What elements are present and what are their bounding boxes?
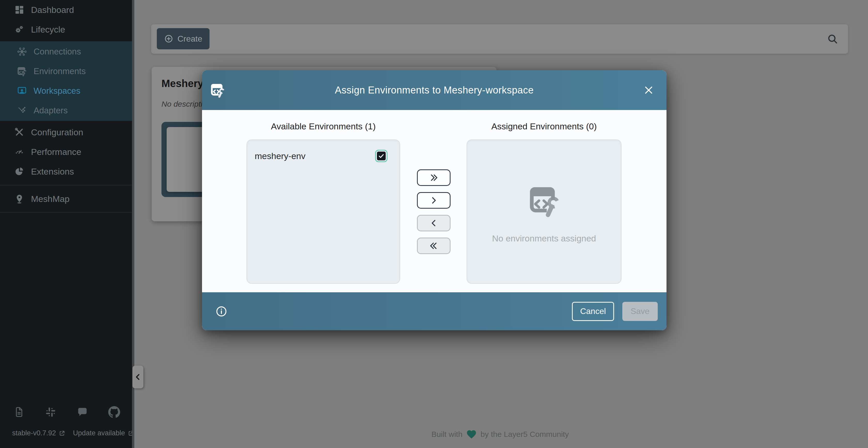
- workspaces-icon: [17, 86, 27, 96]
- sidebar-footer: stable-v0.7.92 Update available: [0, 406, 132, 448]
- lifecycle-submenu: Connections Environments Workspaces: [0, 41, 132, 121]
- double-chevron-right-icon: [429, 173, 438, 182]
- assigned-environments-list: No environments assigned: [467, 139, 622, 284]
- cancel-button[interactable]: Cancel: [572, 302, 614, 321]
- modal-body: Available Environments (1) Assigned Envi…: [202, 110, 666, 292]
- sidebar-item-configuration[interactable]: Configuration: [0, 122, 132, 142]
- close-button[interactable]: [641, 83, 656, 98]
- save-button[interactable]: Save: [622, 302, 658, 321]
- adapters-icon: [17, 105, 27, 116]
- move-selected-left-button[interactable]: [417, 215, 451, 231]
- transfer-controls: [417, 169, 451, 254]
- connections-icon: [17, 46, 27, 57]
- sidebar-item-dashboard[interactable]: Dashboard: [0, 0, 132, 20]
- meshmap-icon: [14, 193, 25, 204]
- sidebar-item-label: Adapters: [34, 106, 68, 116]
- sidebar-divider: [0, 185, 132, 185]
- heart-icon: [466, 429, 477, 440]
- available-environments-heading: Available Environments (1): [246, 121, 400, 131]
- checkmark-icon: [378, 153, 385, 159]
- update-available-link[interactable]: Update available: [73, 429, 134, 437]
- empty-state-message: No environments assigned: [492, 233, 596, 244]
- plus-circle-icon: [164, 34, 173, 43]
- sidebar-item-connections[interactable]: Connections: [0, 42, 132, 61]
- version-label: stable-v0.7.92: [12, 429, 56, 437]
- move-all-left-button[interactable]: [417, 237, 451, 254]
- move-all-right-button[interactable]: [417, 169, 451, 186]
- chevron-right-icon: [429, 196, 438, 205]
- sidebar-item-adapters[interactable]: Adapters: [0, 101, 132, 120]
- dashboard-icon: [14, 4, 25, 15]
- footer-text-prefix: Built with: [431, 430, 462, 439]
- search-button[interactable]: [824, 31, 841, 47]
- sidebar-item-label: Connections: [34, 47, 81, 57]
- save-button-label: Save: [630, 307, 649, 316]
- cancel-button-label: Cancel: [580, 307, 606, 316]
- environment-list-item[interactable]: meshery-env: [255, 146, 388, 166]
- search-icon: [827, 33, 839, 45]
- sidebar-item-label: Environments: [34, 66, 86, 76]
- sidebar-item-extensions[interactable]: Extensions: [0, 162, 132, 181]
- create-button[interactable]: Create: [157, 28, 210, 49]
- chat-icon[interactable]: [76, 406, 89, 418]
- empty-state: No environments assigned: [467, 140, 621, 283]
- update-label: Update available: [73, 429, 125, 437]
- sidebar-item-label: Configuration: [31, 127, 83, 137]
- modal-title: Assign Environments to Meshery-workspace: [202, 85, 666, 96]
- sidebar-item-label: Performance: [31, 147, 82, 157]
- configuration-icon: [14, 127, 25, 138]
- sidebar-item-workspaces[interactable]: Workspaces: [0, 81, 132, 101]
- create-button-label: Create: [178, 34, 202, 44]
- available-environments-list: meshery-env: [246, 139, 400, 284]
- version-link[interactable]: stable-v0.7.92: [12, 429, 65, 437]
- info-icon: [215, 305, 227, 318]
- performance-icon: [14, 147, 25, 157]
- lifecycle-icon: [14, 24, 25, 35]
- sidebar-item-environments[interactable]: Environments: [0, 61, 132, 81]
- sidebar-collapse-button[interactable]: [132, 365, 144, 388]
- double-chevron-left-icon: [429, 241, 438, 251]
- environment-name: meshery-env: [255, 151, 306, 161]
- slack-icon[interactable]: [44, 406, 57, 418]
- environment-icon: [527, 184, 561, 217]
- workspaces-toolbar: Create: [151, 24, 848, 54]
- move-selected-right-button[interactable]: [417, 192, 451, 209]
- page-footer: Built with by the Layer5 Community: [132, 429, 868, 440]
- sidebar-divider: [0, 212, 132, 213]
- modal-header: Assign Environments to Meshery-workspace: [202, 70, 666, 110]
- chevron-left-icon: [429, 219, 438, 228]
- modal-footer: Cancel Save: [202, 292, 666, 330]
- assign-environments-modal: Assign Environments to Meshery-workspace…: [202, 70, 666, 330]
- sidebar-item-lifecycle[interactable]: Lifecycle: [0, 20, 132, 39]
- environments-icon: [17, 66, 27, 77]
- chevron-left-icon: [133, 373, 142, 381]
- sidebar: Dashboard Lifecycle: [0, 0, 132, 448]
- info-button[interactable]: [214, 304, 229, 319]
- sidebar-item-label: Extensions: [31, 166, 74, 177]
- sidebar-item-meshmap[interactable]: MeshMap: [0, 189, 132, 209]
- sidebar-item-label: Dashboard: [31, 5, 74, 15]
- environment-checkbox[interactable]: [377, 152, 386, 160]
- assigned-environments-heading: Assigned Environments (0): [467, 121, 622, 131]
- sidebar-item-label: Workspaces: [34, 86, 80, 96]
- sidebar-item-label: MeshMap: [31, 194, 69, 204]
- sidebar-item-performance[interactable]: Performance: [0, 142, 132, 162]
- document-icon[interactable]: [13, 406, 25, 418]
- footer-text-suffix: by the Layer5 Community: [480, 430, 569, 439]
- extensions-icon: [14, 166, 25, 177]
- external-link-icon: [59, 430, 65, 437]
- close-icon: [643, 85, 654, 96]
- github-icon[interactable]: [108, 406, 120, 418]
- sidebar-item-label: Lifecycle: [31, 25, 65, 35]
